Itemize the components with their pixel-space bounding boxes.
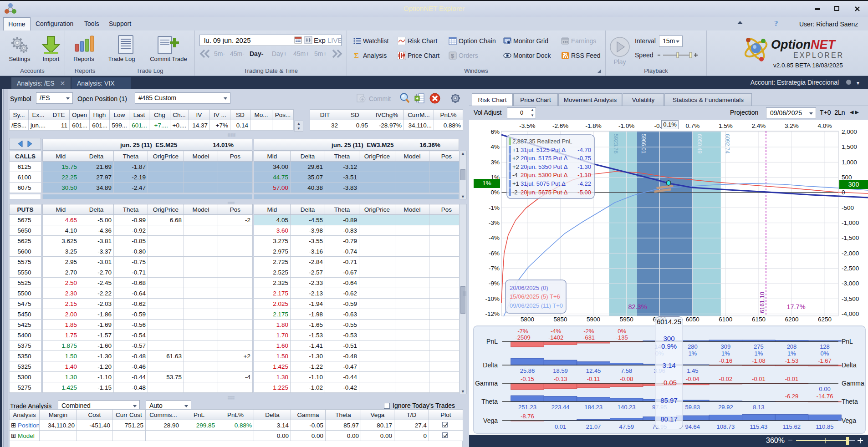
svg-text:-3.5%: -3.5% <box>519 122 535 129</box>
svg-text:0%: 0% <box>821 350 829 357</box>
svg-text:-4.22: -4.22 <box>577 180 591 187</box>
svg-text:-3%: -3% <box>489 219 500 226</box>
svg-text:6161.10: 6161.10 <box>759 292 766 313</box>
svg-text:Delta: Delta <box>483 361 498 369</box>
svg-text:-1.53: -1.53 <box>785 357 799 364</box>
svg-text:5900: 5900 <box>587 316 600 323</box>
svg-text:-7%: -7% <box>517 328 528 335</box>
svg-text:Gamma: Gamma <box>842 380 864 387</box>
svg-text:-14.76: -14.76 <box>817 393 833 400</box>
svg-text:-4,000: -4,000 <box>842 310 859 317</box>
svg-text:-12%: -12% <box>485 310 500 317</box>
svg-text:2.4%: 2.4% <box>752 122 766 129</box>
svg-text:280: 280 <box>688 343 698 350</box>
svg-text:115.43: 115.43 <box>750 423 768 430</box>
svg-text:-10%: -10% <box>485 295 500 302</box>
svg-text:21.07: 21.07 <box>586 423 601 430</box>
svg-text:+1: +1 <box>512 180 519 187</box>
svg-text:Σ: Σ <box>354 51 359 60</box>
svg-text:108.73: 108.73 <box>717 423 735 430</box>
svg-text:09/06/2025 (11) T+0: 09/06/2025 (11) T+0 <box>510 302 563 309</box>
svg-text:184.23: 184.23 <box>584 404 602 411</box>
svg-text:25.86: 25.86 <box>520 367 535 374</box>
svg-text:-0.15: -0.15 <box>521 376 534 382</box>
svg-text:31jul. 5125 Put Δ: 31jul. 5125 Put Δ <box>521 147 566 153</box>
svg-text:20/06/2025 (0): 20/06/2025 (0) <box>510 284 548 291</box>
svg-text:Vega: Vega <box>483 417 498 424</box>
svg-text:-0.01: -0.01 <box>785 376 799 382</box>
svg-text:+2: +2 <box>512 155 519 162</box>
svg-text:20jun. 5350 Put Δ: 20jun. 5350 Put Δ <box>521 163 568 170</box>
svg-text:-3,000: -3,000 <box>842 280 859 287</box>
svg-text:8.13: 8.13 <box>753 404 764 411</box>
svg-text:-1.67: -1.67 <box>818 357 832 364</box>
svg-text:-1,500: -1,500 <box>842 234 859 241</box>
svg-text:1,000: 1,000 <box>842 159 857 166</box>
svg-text:-2.6%: -2.6% <box>552 122 568 129</box>
svg-text:-2%: -2% <box>584 328 595 335</box>
svg-text:6050.49: 6050.49 <box>696 134 703 154</box>
svg-text:12.45: 12.45 <box>586 367 601 374</box>
svg-text:-0.11: -0.11 <box>587 376 600 382</box>
svg-text:Theta: Theta <box>481 398 498 405</box>
svg-text:1%: 1% <box>721 350 730 357</box>
svg-text:208: 208 <box>787 343 797 350</box>
svg-text:6100: 6100 <box>719 316 732 323</box>
svg-text:1,500: 1,500 <box>842 143 857 150</box>
svg-text:5950: 5950 <box>620 316 633 323</box>
svg-text:4%: 4% <box>490 143 500 150</box>
svg-text:0%: 0% <box>618 328 626 335</box>
svg-text:5923.76: 5923.76 <box>613 134 619 154</box>
svg-text:18.59: 18.59 <box>553 367 568 374</box>
svg-text:-0.16: -0.16 <box>719 357 733 364</box>
svg-text:29.92: 29.92 <box>718 404 733 411</box>
svg-text:-631: -631 <box>583 334 595 341</box>
svg-text:-1,000: -1,000 <box>842 219 859 226</box>
svg-text:-2: -2 <box>512 189 518 196</box>
svg-text:-7%: -7% <box>489 265 500 272</box>
svg-text:-1.8%: -1.8% <box>585 122 601 129</box>
svg-text:6200: 6200 <box>785 316 798 323</box>
svg-text:-1.30: -1.30 <box>577 163 591 170</box>
svg-text:110.85: 110.85 <box>816 423 834 430</box>
svg-text:-4.70: -4.70 <box>577 147 591 153</box>
svg-text:-0.13: -0.13 <box>554 376 567 382</box>
svg-text:0.00: 0.00 <box>819 386 830 392</box>
svg-text:3%: 3% <box>490 159 500 166</box>
svg-text:-500: -500 <box>842 204 854 211</box>
svg-text:$: $ <box>451 52 454 59</box>
svg-text:-1.08: -1.08 <box>752 357 766 364</box>
svg-text:2,000: 2,000 <box>842 128 857 135</box>
svg-text:20jun. 5175 Put Δ: 20jun. 5175 Put Δ <box>521 155 568 162</box>
svg-text:31jul. 5075 Put Δ: 31jul. 5075 Put Δ <box>521 180 566 187</box>
svg-text:+1: +1 <box>512 147 519 153</box>
svg-text:PnL: PnL <box>842 338 853 345</box>
svg-text:-5.00: -5.00 <box>577 189 591 196</box>
svg-text:1%: 1% <box>755 350 763 357</box>
svg-text:-3,500: -3,500 <box>842 295 859 302</box>
svg-text:-0.75: -0.75 <box>577 155 591 162</box>
svg-text:309: 309 <box>721 343 731 350</box>
svg-text:15/06/2025 (5) T+6: 15/06/2025 (5) T+6 <box>510 293 560 300</box>
svg-text:82.3%: 82.3% <box>628 303 647 310</box>
svg-text:6092.74: 6092.74 <box>724 134 730 154</box>
svg-text:+2: +2 <box>512 163 519 170</box>
svg-text:-2,500: -2,500 <box>842 265 859 272</box>
svg-text:5800: 5800 <box>521 316 534 323</box>
svg-text:3.2%: 3.2% <box>785 122 799 129</box>
svg-text:-6%: -6% <box>489 250 500 257</box>
svg-text:-2,000: -2,000 <box>842 250 859 257</box>
svg-text:20jun. 5675 Put Δ: 20jun. 5675 Put Δ <box>521 189 568 196</box>
svg-text:-9%: -9% <box>489 280 500 287</box>
svg-text:6%: 6% <box>490 128 500 135</box>
svg-text:7.58: 7.58 <box>621 367 632 374</box>
svg-text:-1.10: -1.10 <box>577 172 591 178</box>
svg-text:1.5%: 1.5% <box>719 122 733 129</box>
svg-text:-2509: -2509 <box>515 334 530 341</box>
svg-text:-0.02: -0.02 <box>719 376 733 382</box>
svg-text:0%: 0% <box>490 189 500 196</box>
svg-text:6150: 6150 <box>752 316 766 323</box>
svg-text:-1402: -1402 <box>548 334 563 341</box>
svg-text:Theta: Theta <box>842 398 858 405</box>
svg-text:0.7%: 0.7% <box>685 122 700 129</box>
